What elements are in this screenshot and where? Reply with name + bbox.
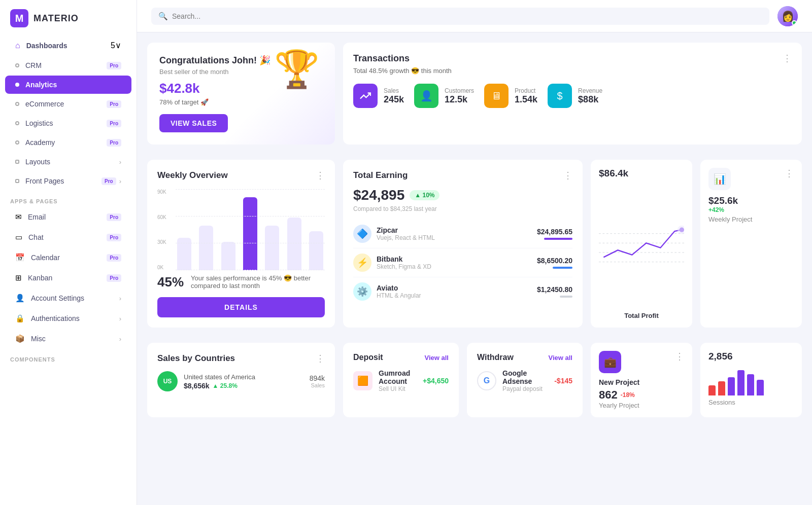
weekly-proj-label: Weekly Project [708,215,794,223]
new-proj-count-row: 862 -18% [599,388,684,402]
pro-badge: Pro [107,234,121,241]
chart-y-labels: 90K 60K 30K 0K [157,189,166,270]
transactions-subtitle: Total 48.5% growth 😎 this month [353,67,792,75]
earning-amount-row: $24,895 ▲ 10% [353,187,572,203]
chevron-down-icon: ∨ [115,41,121,50]
nav-label: Academy [25,138,107,147]
sidebar-item-ecommerce[interactable]: eCommerce Pro [5,95,131,113]
pages-icon [15,179,19,183]
earning-row-bitbank: ⚡ Bitbank Sketch, Figma & XD $8,6500.20 [353,248,572,277]
withdraw-view-all[interactable]: View all [549,354,572,362]
sidebar-item-layouts[interactable]: Layouts › [5,153,131,171]
briefcase-icon: 💼 [599,351,621,373]
new-proj-menu[interactable]: ⋮ [675,351,684,362]
withdraw-title: Withdraw [477,353,514,362]
new-proj-count: 862 [599,388,618,402]
avatar[interactable]: 👩 [777,6,798,26]
transactions-card: Transactions ⋮ Total 48.5% growth 😎 this… [343,43,802,145]
nav-label: Authentications [31,314,119,322]
sidebar-item-account-settings[interactable]: 👤 Account Settings › [5,288,131,308]
chart-bars [176,189,325,270]
bar-item [197,189,214,270]
sidebar-item-crm[interactable]: CRM Pro [5,56,131,75]
sales-info: Sales 245k [384,87,404,105]
zipcar-bar [544,238,572,240]
total-profit-card: $86.4k .dashed-line { stroke: #d1d5db; s… [591,160,692,328]
aviato-icon: ⚙️ [353,282,371,301]
nav-label: Account Settings [31,294,119,302]
sidebar-logo: M MATERIO [0,0,137,34]
sidebar-item-chat[interactable]: ▭ Chat Pro [5,228,131,247]
brand-name: MATERIO [33,13,79,24]
deposit-card: Deposit View all 🟧 Gumroad Account Sell … [343,343,459,417]
us-sales-label: Sales [310,382,325,388]
profit-chart-svg: .dashed-line { stroke: #d1d5db; stroke-w… [599,183,684,308]
sidebar-item-logistics[interactable]: Logistics Pro [5,114,131,132]
customers-icon: 👤 [414,84,438,108]
sidebar-item-front-pages[interactable]: Front Pages Pro › [5,172,131,190]
withdraw-row: G Google Adsense Paypal deposit -$145 [477,369,572,392]
new-proj-title: New Project [599,378,684,386]
transactions-menu[interactable]: ⋮ [783,53,792,64]
stat-revenue: $ Revenue $88k [548,84,602,108]
earning-compare: Compared to $84,325 last year [353,205,572,212]
earning-row-aviato: ⚙️ Aviato HTML & Angular $1,2450.80 [353,277,572,306]
us-growth: ▲ 25.8% [213,382,238,389]
details-button[interactable]: DETAILS [157,297,325,317]
earning-menu[interactable]: ⋮ [563,170,572,181]
congrats-card: Congratulations John! 🎉 Best seller of t… [147,43,335,145]
aviato-name: Aviato [377,284,537,292]
deposit-row: 🟧 Gumroad Account Sell UI Kit +$4,650 [353,369,449,392]
sess-bar [757,380,764,395]
sidebar-item-kanban[interactable]: ⊞ Kanban Pro [5,268,131,287]
deposit-view-all[interactable]: View all [425,354,449,362]
lock-icon: 🔒 [15,314,25,323]
google-info: Google Adsense Paypal deposit [502,369,548,392]
online-dot [792,20,797,25]
sidebar-item-authentications[interactable]: 🔒 Authentications › [5,309,131,328]
sidebar: M MATERIO ⌂ Dashboards 5 ∨ CRM Pro Analy… [0,0,137,505]
chart-icon: 📊 [708,168,731,190]
aviato-info: Aviato HTML & Angular [377,284,537,299]
profit-label: Total Profit [599,312,684,319]
weekly-proj-menu[interactable]: ⋮ [785,168,794,179]
aviato-bar [560,296,572,298]
sess-bar [728,377,735,395]
search-wrap: 🔍 [151,8,769,25]
countries-menu[interactable]: ⋮ [316,353,325,364]
chat-icon: ▭ [15,233,22,242]
nav-label: CRM [25,61,107,69]
countries-card: Sales by Countries ⋮ US United states of… [147,343,335,417]
sidebar-item-analytics[interactable]: Analytics [5,76,131,94]
total-earning-card: Total Earning ⋮ $24,895 ▲ 10% Compared t… [343,160,583,328]
pro-badge: Pro [107,100,121,108]
weekly-description: Your sales performance is 45% 😎 better c… [191,274,325,290]
sess-bar [747,374,754,395]
sidebar-item-email[interactable]: ✉ Email Pro [5,207,131,227]
product-label: Product [515,87,537,94]
nav-label: Analytics [25,81,121,89]
stat-customers: 👤 Customers 12.5k [414,84,474,108]
profit-chart: .dashed-line { stroke: #d1d5db; stroke-w… [599,183,684,308]
sidebar-item-academy[interactable]: Academy Pro [5,133,131,152]
sidebar-nav: ⌂ Dashboards 5 ∨ CRM Pro Analytics eComm… [0,34,137,505]
main-area: 🔍 👩 Congratulations John! 🎉 Best seller … [137,0,812,505]
nav-dot [15,63,19,67]
arrow-up-icon: ▲ [415,192,421,199]
nav-label: Email [28,213,107,221]
search-input[interactable] [172,12,762,20]
sales-label: Sales [384,87,404,94]
calendar-icon: 📅 [15,253,25,262]
sidebar-item-calendar[interactable]: 📅 Calendar Pro [5,248,131,267]
zipcar-amount-col: $24,895.65 [537,228,572,240]
weekly-proj-amount: $25.6k [708,195,794,206]
sidebar-item-dashboards[interactable]: ⌂ Dashboards 5 ∨ [5,35,131,55]
zipcar-icon: 🔷 [353,225,371,243]
bar-item-active [242,189,258,270]
new-proj-badge: -18% [621,391,635,399]
view-sales-button[interactable]: VIEW SALES [159,114,228,132]
sessions-label: Sessions [708,399,794,406]
sidebar-item-misc[interactable]: 📦 Misc › [5,329,131,348]
mid-row: Weekly Overview ⋮ 90K 60K 30K 0K [147,160,802,328]
weekly-menu[interactable]: ⋮ [316,170,325,181]
